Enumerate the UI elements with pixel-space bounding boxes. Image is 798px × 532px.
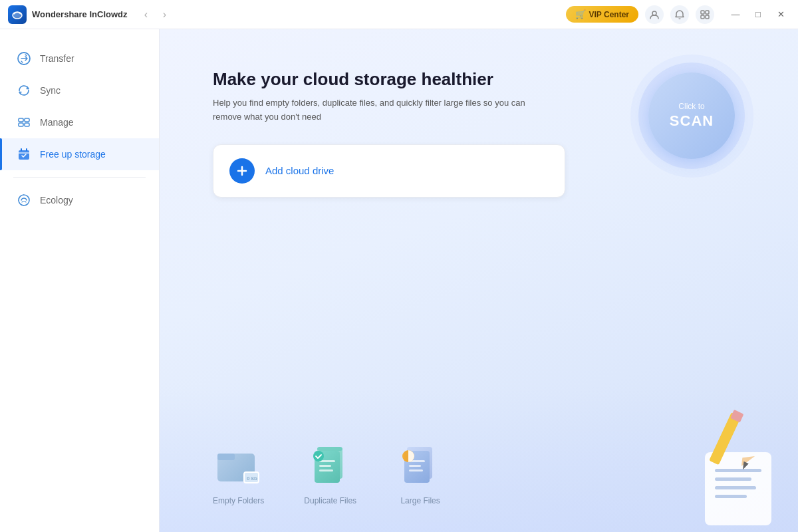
large-files-label: Large Files — [400, 496, 440, 505]
svg-point-1 — [652, 11, 656, 15]
svg-rect-21 — [319, 465, 331, 467]
empty-folders-icon: 0 kb — [217, 447, 260, 484]
svg-rect-18 — [317, 447, 342, 451]
sidebar-item-sync[interactable]: Sync — [0, 74, 159, 106]
scan-action-text: SCAN — [670, 112, 714, 130]
minimize-button[interactable]: — — [726, 5, 745, 24]
cart-icon: 🛒 — [575, 9, 586, 19]
svg-rect-14 — [217, 454, 235, 460]
svg-rect-32 — [715, 477, 751, 481]
duplicate-files-icon-wrap — [307, 442, 354, 489]
app-title: Wondershare InClowdz — [32, 9, 128, 19]
svg-rect-31 — [715, 469, 761, 472]
bottom-right-decoration — [665, 399, 798, 532]
svg-marker-37 — [739, 452, 755, 469]
svg-rect-10 — [25, 123, 29, 126]
add-icon — [229, 158, 255, 184]
svg-rect-27 — [409, 465, 421, 467]
nav-back-button[interactable]: ‹ — [138, 7, 154, 23]
svg-rect-36 — [730, 410, 743, 422]
svg-rect-7 — [19, 118, 23, 122]
transfer-label: Transfer — [40, 53, 74, 64]
svg-rect-22 — [319, 469, 333, 471]
manage-label: Manage — [40, 117, 74, 128]
settings-button[interactable] — [696, 5, 714, 24]
vip-center-button[interactable]: 🛒 VIP Center — [566, 6, 638, 23]
scan-click-to-text: Click to — [678, 102, 704, 111]
scan-button-container: Click to SCAN — [638, 63, 745, 169]
svg-marker-38 — [740, 462, 748, 471]
scan-outer-ring: Click to SCAN — [638, 63, 745, 169]
svg-text:0 kb: 0 kb — [247, 475, 257, 481]
user-profile-button[interactable] — [645, 5, 664, 24]
manage-icon — [16, 114, 32, 130]
feature-icons-group: 0 kb Empty Folders — [213, 442, 444, 505]
svg-rect-4 — [701, 15, 704, 19]
svg-rect-9 — [19, 123, 23, 126]
ecology-label: Ecology — [40, 195, 73, 205]
sync-icon — [16, 82, 32, 98]
sidebar-item-manage[interactable]: Manage — [0, 106, 159, 138]
scan-button[interactable]: Click to SCAN — [648, 72, 735, 159]
free-up-storage-label: Free up storage — [40, 149, 106, 160]
sidebar-item-free-up-storage[interactable]: Free up storage — [0, 138, 159, 170]
navigation-buttons: ‹ › — [138, 7, 173, 23]
sidebar-divider — [13, 177, 146, 178]
ecology-icon — [16, 192, 32, 208]
window-controls: — □ ✕ — [726, 5, 790, 24]
add-cloud-label: Add cloud drive — [265, 165, 334, 176]
svg-rect-28 — [409, 469, 423, 471]
notifications-button[interactable] — [670, 5, 689, 24]
svg-rect-3 — [706, 11, 709, 14]
add-cloud-drive-card[interactable]: Add cloud drive — [213, 144, 565, 198]
main-content: Make your cloud storage healthier Help y… — [160, 29, 798, 532]
app-logo — [8, 5, 27, 24]
svg-point-0 — [13, 12, 22, 19]
close-button[interactable]: ✕ — [771, 5, 790, 24]
bottom-features-section: 0 kb Empty Folders — [160, 386, 798, 532]
free-up-storage-icon — [16, 146, 32, 162]
large-files-icon-wrap — [396, 442, 444, 489]
nav-forward-button[interactable]: › — [157, 7, 173, 23]
svg-rect-2 — [701, 11, 704, 14]
duplicate-files-icon — [309, 442, 352, 489]
svg-point-12 — [19, 195, 29, 205]
vip-label: VIP Center — [589, 10, 629, 19]
transfer-icon — [16, 51, 32, 66]
svg-rect-8 — [25, 118, 29, 122]
app-body: Transfer Sync — [0, 29, 798, 532]
sidebar-item-transfer[interactable]: Transfer — [0, 43, 159, 74]
sync-label: Sync — [40, 85, 61, 96]
duplicate-files-label: Duplicate Files — [304, 496, 356, 505]
svg-rect-35 — [709, 412, 741, 465]
svg-point-23 — [313, 451, 324, 462]
maximize-button[interactable]: □ — [749, 5, 767, 24]
sidebar: Transfer Sync — [0, 29, 160, 532]
empty-folders-label: Empty Folders — [213, 496, 264, 505]
svg-rect-30 — [705, 452, 771, 525]
svg-rect-33 — [715, 486, 756, 489]
page-subtext: Help you find empty folders, duplicate f… — [213, 96, 545, 124]
svg-rect-34 — [715, 495, 747, 498]
duplicate-files-feature: Duplicate Files — [304, 442, 356, 505]
svg-rect-11 — [19, 150, 29, 160]
titlebar: Wondershare InClowdz ‹ › 🛒 VIP Center — [0, 0, 798, 29]
large-files-icon — [399, 442, 442, 489]
sidebar-item-ecology[interactable]: Ecology — [0, 184, 159, 216]
empty-folders-feature: 0 kb Empty Folders — [213, 442, 264, 505]
titlebar-actions: 🛒 VIP Center — □ ✕ — [566, 5, 790, 24]
svg-rect-5 — [706, 15, 709, 19]
empty-folders-icon-wrap: 0 kb — [215, 442, 263, 489]
large-files-feature: Large Files — [396, 442, 444, 505]
